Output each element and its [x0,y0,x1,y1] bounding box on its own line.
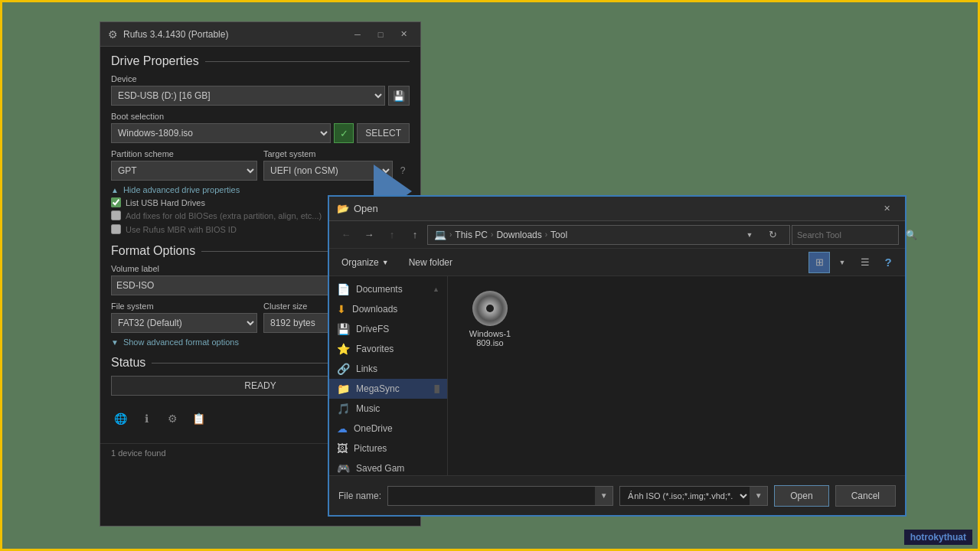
target-system-label: Target system [263,149,410,158]
sidebar-label-pictures: Pictures [354,443,387,454]
list-usb-checkbox[interactable] [111,197,121,207]
file-system-label: File system [111,302,257,311]
organize-label: Organize [341,257,379,268]
partition-scheme-select[interactable]: GPT [111,161,257,181]
nav-forward-button[interactable]: → [358,224,380,246]
drive-properties-title: Drive Properties [111,54,410,68]
new-folder-button[interactable]: New folder [401,254,460,271]
nav-up-button[interactable]: ↑ [381,224,403,246]
favorites-icon: ⭐ [337,343,350,355]
device-row: ESD-USB (D:) [16 GB] 💾 [111,86,410,106]
sidebar-label-megasync: MegaSync [356,383,400,394]
documents-icon: 📄 [337,283,350,295]
status-value: READY [244,380,276,391]
organize-dropdown-icon: ▼ [382,259,389,266]
sidebar-item-favorites[interactable]: ⭐ Favorites [329,339,447,359]
sidebar-scroll-bar: █ [435,385,439,393]
view-buttons: ⊞ ▼ ☰ ? [808,252,899,273]
list-usb-label: List USB Hard Drives [126,198,205,207]
dialog-cancel-button[interactable]: Cancel [835,485,896,507]
minimize-button[interactable]: ─ [347,27,368,42]
settings-icon[interactable]: ⚙ [163,409,181,428]
show-advanced-format-label: Show advanced format options [123,337,239,347]
dialog-folder-icon: 📂 [337,203,349,214]
dialog-titlebar: 📂 Open ✕ [329,197,905,221]
device-label: Device [111,74,410,83]
view-dropdown-button[interactable]: ▼ [831,252,853,273]
filetype-select[interactable]: Ảnh ISO (*.iso;*.img;*.vhd;*.gz; [619,486,750,506]
show-advanced-arrow-icon: ▼ [111,338,119,347]
close-button[interactable]: ✕ [393,27,414,42]
device-icon-btn[interactable]: 💾 [388,86,410,106]
sidebar-item-downloads[interactable]: ⬇ Downloads [329,299,447,319]
device-select[interactable]: ESD-USB (D:) [16 GB] [111,86,385,106]
maximize-button[interactable]: □ [370,27,391,42]
sidebar-scroll-indicator: ▲ [433,285,439,293]
breadcrumb-downloads[interactable]: Downloads [493,230,544,240]
filetype-container: Ảnh ISO (*.iso;*.img;*.vhd;*.gz; ▼ [619,486,768,506]
sidebar-item-links[interactable]: 🔗 Links [329,359,447,379]
dialog-footer: File name: ▼ Ảnh ISO (*.iso;*.img;*.vhd;… [329,475,905,515]
downloads-icon: ⬇ [337,303,346,315]
sidebar-item-megasync[interactable]: 📁 MegaSync █ [329,379,447,399]
filename-dropdown-button[interactable]: ▼ [595,486,613,506]
hide-advanced-arrow-icon: ▲ [111,186,119,194]
cd-icon [472,291,508,326]
file-system-select[interactable]: FAT32 (Default) [111,313,257,333]
boot-selection-label: Boot selection [111,112,410,121]
saved-games-icon: 🎮 [337,462,350,474]
sidebar-item-documents[interactable]: 📄 Documents ▲ [329,279,447,299]
add-fixes-label: Add fixes for old BIOSes (extra partitio… [126,211,322,220]
main-panel: Windows-1809.iso [448,276,905,475]
breadcrumb-tool: Tool [547,230,570,240]
megasync-icon: 📁 [337,383,350,395]
filename-input[interactable] [387,486,595,506]
search-container: 🔍 [792,225,899,245]
dialog-second-toolbar: Organize ▼ New folder ⊞ ▼ ☰ ? [329,249,905,276]
breadcrumb-dropdown-btn[interactable]: ▼ [739,224,760,246]
sidebar-item-pictures[interactable]: 🖼 Pictures [329,439,447,458]
help-button[interactable]: ? [877,252,899,273]
pictures-icon: 🖼 [337,442,348,455]
new-folder-label: New folder [409,257,452,268]
file-name-label: Windows-1809.iso [469,329,511,347]
organize-button[interactable]: Organize ▼ [335,254,395,271]
search-input[interactable] [797,230,903,240]
filetype-dropdown-button[interactable]: ▼ [750,486,768,506]
watermark: hotrokythuat [904,530,972,545]
boot-check-icon: ✓ [334,123,354,143]
dialog-open-button[interactable]: Open [774,485,828,507]
nav-back-button[interactable]: ← [335,224,357,246]
sidebar-item-onedrive[interactable]: ☁ OneDrive [329,419,447,439]
rufus-titlebar: ⚙ Rufus 3.4.1430 (Portable) ─ □ ✕ [100,22,420,47]
use-rufus-mbr-checkbox[interactable] [111,224,121,234]
rufus-title: Rufus 3.4.1430 (Portable) [123,29,347,40]
boot-selection-select[interactable]: Windows-1809.iso [111,123,331,143]
dialog-nav-toolbar: ← → ↑ ↑ 💻 › This PC › Downloads › Tool ▼… [329,221,905,249]
links-icon: 🔗 [337,363,350,375]
breadcrumb-bar: 💻 › This PC › Downloads › Tool ▼ ↻ [427,225,790,245]
nav-refresh-button[interactable]: ↑ [404,224,426,246]
breadcrumb-refresh-btn[interactable]: ↻ [762,224,783,246]
info-icon[interactable]: ℹ [137,409,155,428]
select-button[interactable]: SELECT [357,123,410,143]
drivefs-icon: 💾 [337,323,350,335]
sidebar-item-music[interactable]: 🎵 Music [329,399,447,419]
breadcrumb-this-pc[interactable]: This PC [452,230,491,240]
filename-label: File name: [338,491,381,501]
onedrive-icon: ☁ [337,422,348,435]
file-item-windows-iso[interactable]: Windows-1809.iso [456,284,524,354]
dialog-close-button[interactable]: ✕ [876,201,897,217]
view-details-button[interactable]: ☰ [854,252,876,273]
dialog-title: Open [354,203,876,214]
sidebar-item-drivefs[interactable]: 💾 DriveFS [329,319,447,339]
file-grid: Windows-1809.iso [456,284,897,354]
sidebar-item-saved-games[interactable]: 🎮 Saved Gam [329,458,447,475]
hide-advanced-toggle[interactable]: ▲ Hide advanced drive properties [111,185,410,194]
view-large-icons-button[interactable]: ⊞ [808,252,830,273]
hide-advanced-label: Hide advanced drive properties [123,185,240,194]
log-icon[interactable]: 📋 [189,409,207,428]
globe-icon[interactable]: 🌐 [111,409,129,428]
boot-selection-row: Windows-1809.iso ✓ SELECT [111,123,410,143]
add-fixes-checkbox[interactable] [111,210,121,220]
